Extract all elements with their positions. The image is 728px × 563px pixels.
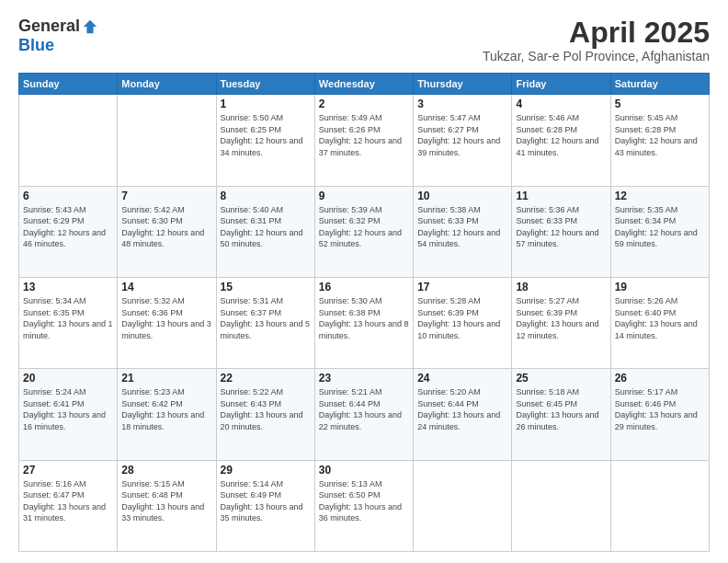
logo-blue-text: Blue — [18, 36, 54, 55]
page: General Blue April 2025 Tukzar, Sar-e Po… — [0, 0, 728, 563]
day-info: Sunrise: 5:34 AM Sunset: 6:35 PM Dayligh… — [23, 295, 113, 341]
day-cell: 9Sunrise: 5:39 AM Sunset: 6:32 PM Daylig… — [314, 186, 413, 277]
day-number: 14 — [121, 281, 211, 293]
day-cell: 26Sunrise: 5:17 AM Sunset: 6:46 PM Dayli… — [610, 369, 709, 460]
day-info: Sunrise: 5:50 AM Sunset: 6:25 PM Dayligh… — [221, 112, 311, 158]
header-cell-sunday: Sunday — [19, 74, 118, 95]
day-cell — [512, 460, 610, 551]
day-number: 20 — [23, 372, 113, 385]
day-info: Sunrise: 5:27 AM Sunset: 6:39 PM Dayligh… — [516, 295, 606, 341]
day-info: Sunrise: 5:47 AM Sunset: 6:27 PM Dayligh… — [417, 112, 507, 158]
day-number: 13 — [23, 281, 113, 293]
day-cell: 28Sunrise: 5:15 AM Sunset: 6:48 PM Dayli… — [118, 460, 216, 551]
day-info: Sunrise: 5:21 AM Sunset: 6:44 PM Dayligh… — [319, 386, 409, 432]
header-cell-thursday: Thursday — [414, 74, 512, 95]
header-cell-wednesday: Wednesday — [314, 74, 413, 95]
day-number: 2 — [319, 98, 409, 110]
day-number: 8 — [221, 190, 311, 202]
day-cell: 2Sunrise: 5:49 AM Sunset: 6:26 PM Daylig… — [314, 95, 413, 186]
header-row: SundayMondayTuesdayWednesdayThursdayFrid… — [19, 74, 710, 95]
day-cell: 12Sunrise: 5:35 AM Sunset: 6:34 PM Dayli… — [610, 186, 709, 277]
day-info: Sunrise: 5:49 AM Sunset: 6:26 PM Dayligh… — [319, 112, 409, 158]
day-cell: 1Sunrise: 5:50 AM Sunset: 6:25 PM Daylig… — [216, 95, 314, 186]
day-info: Sunrise: 5:45 AM Sunset: 6:28 PM Dayligh… — [615, 112, 705, 158]
day-number: 19 — [615, 281, 705, 293]
day-cell: 5Sunrise: 5:45 AM Sunset: 6:28 PM Daylig… — [610, 95, 709, 186]
day-info: Sunrise: 5:46 AM Sunset: 6:28 PM Dayligh… — [516, 112, 606, 158]
day-info: Sunrise: 5:39 AM Sunset: 6:32 PM Dayligh… — [319, 204, 409, 250]
day-cell: 8Sunrise: 5:40 AM Sunset: 6:31 PM Daylig… — [216, 186, 314, 277]
day-cell: 29Sunrise: 5:14 AM Sunset: 6:49 PM Dayli… — [216, 460, 314, 551]
header-cell-monday: Monday — [118, 74, 216, 95]
day-info: Sunrise: 5:24 AM Sunset: 6:41 PM Dayligh… — [23, 386, 113, 432]
day-number: 28 — [121, 464, 211, 477]
day-info: Sunrise: 5:15 AM Sunset: 6:48 PM Dayligh… — [121, 478, 211, 524]
day-cell: 20Sunrise: 5:24 AM Sunset: 6:41 PM Dayli… — [19, 369, 118, 460]
day-info: Sunrise: 5:20 AM Sunset: 6:44 PM Dayligh… — [417, 386, 507, 432]
month-title: April 2025 — [483, 17, 710, 49]
day-info: Sunrise: 5:43 AM Sunset: 6:29 PM Dayligh… — [23, 204, 113, 250]
day-number: 1 — [221, 98, 311, 110]
day-number: 17 — [417, 281, 507, 293]
day-number: 4 — [516, 98, 606, 110]
day-number: 18 — [516, 281, 606, 293]
header-cell-tuesday: Tuesday — [216, 74, 314, 95]
day-info: Sunrise: 5:17 AM Sunset: 6:46 PM Dayligh… — [615, 386, 705, 432]
day-cell: 23Sunrise: 5:21 AM Sunset: 6:44 PM Dayli… — [314, 369, 413, 460]
day-number: 15 — [221, 281, 311, 293]
day-info: Sunrise: 5:40 AM Sunset: 6:31 PM Dayligh… — [221, 204, 311, 250]
day-cell: 15Sunrise: 5:31 AM Sunset: 6:37 PM Dayli… — [216, 277, 314, 368]
day-cell — [414, 460, 512, 551]
day-number: 22 — [221, 372, 311, 385]
day-cell: 16Sunrise: 5:30 AM Sunset: 6:38 PM Dayli… — [314, 277, 413, 368]
day-cell: 10Sunrise: 5:38 AM Sunset: 6:33 PM Dayli… — [414, 186, 512, 277]
title-block: April 2025 Tukzar, Sar-e Pol Province, A… — [483, 17, 710, 63]
day-info: Sunrise: 5:23 AM Sunset: 6:42 PM Dayligh… — [121, 386, 211, 432]
day-number: 29 — [221, 464, 311, 477]
day-cell: 18Sunrise: 5:27 AM Sunset: 6:39 PM Dayli… — [512, 277, 610, 368]
day-cell: 6Sunrise: 5:43 AM Sunset: 6:29 PM Daylig… — [19, 186, 118, 277]
week-row-4: 20Sunrise: 5:24 AM Sunset: 6:41 PM Dayli… — [19, 369, 710, 460]
day-number: 30 — [319, 464, 409, 477]
day-cell — [610, 460, 709, 551]
day-cell — [118, 95, 216, 186]
day-number: 7 — [121, 190, 211, 202]
day-info: Sunrise: 5:35 AM Sunset: 6:34 PM Dayligh… — [615, 204, 705, 250]
day-cell: 25Sunrise: 5:18 AM Sunset: 6:45 PM Dayli… — [512, 369, 610, 460]
header-cell-saturday: Saturday — [610, 74, 709, 95]
header: General Blue April 2025 Tukzar, Sar-e Po… — [18, 17, 710, 63]
day-number: 10 — [417, 190, 507, 202]
day-info: Sunrise: 5:16 AM Sunset: 6:47 PM Dayligh… — [23, 478, 113, 524]
day-info: Sunrise: 5:42 AM Sunset: 6:30 PM Dayligh… — [121, 204, 211, 250]
week-row-3: 13Sunrise: 5:34 AM Sunset: 6:35 PM Dayli… — [19, 277, 710, 368]
day-number: 26 — [615, 372, 705, 385]
day-cell: 14Sunrise: 5:32 AM Sunset: 6:36 PM Dayli… — [118, 277, 216, 368]
day-number: 6 — [23, 190, 113, 202]
day-info: Sunrise: 5:22 AM Sunset: 6:43 PM Dayligh… — [221, 386, 311, 432]
week-row-1: 1Sunrise: 5:50 AM Sunset: 6:25 PM Daylig… — [19, 95, 710, 186]
day-number: 27 — [23, 464, 113, 477]
calendar-table: SundayMondayTuesdayWednesdayThursdayFrid… — [18, 73, 710, 552]
day-number: 16 — [319, 281, 409, 293]
day-cell: 17Sunrise: 5:28 AM Sunset: 6:39 PM Dayli… — [414, 277, 512, 368]
day-cell: 3Sunrise: 5:47 AM Sunset: 6:27 PM Daylig… — [414, 95, 512, 186]
day-info: Sunrise: 5:14 AM Sunset: 6:49 PM Dayligh… — [221, 478, 311, 524]
day-number: 25 — [516, 372, 606, 385]
logo-icon — [82, 18, 98, 35]
day-number: 11 — [516, 190, 606, 202]
day-cell: 24Sunrise: 5:20 AM Sunset: 6:44 PM Dayli… — [414, 369, 512, 460]
day-number: 12 — [615, 190, 705, 202]
week-row-5: 27Sunrise: 5:16 AM Sunset: 6:47 PM Dayli… — [19, 460, 710, 551]
logo-general-text: General — [18, 17, 80, 36]
day-cell: 30Sunrise: 5:13 AM Sunset: 6:50 PM Dayli… — [314, 460, 413, 551]
day-cell — [19, 95, 118, 186]
day-info: Sunrise: 5:31 AM Sunset: 6:37 PM Dayligh… — [221, 295, 311, 341]
location-title: Tukzar, Sar-e Pol Province, Afghanistan — [483, 49, 710, 63]
day-number: 23 — [319, 372, 409, 385]
day-info: Sunrise: 5:18 AM Sunset: 6:45 PM Dayligh… — [516, 386, 606, 432]
logo: General Blue — [18, 17, 98, 55]
header-cell-friday: Friday — [512, 74, 610, 95]
day-number: 3 — [417, 98, 507, 110]
day-info: Sunrise: 5:26 AM Sunset: 6:40 PM Dayligh… — [615, 295, 705, 341]
day-cell: 11Sunrise: 5:36 AM Sunset: 6:33 PM Dayli… — [512, 186, 610, 277]
